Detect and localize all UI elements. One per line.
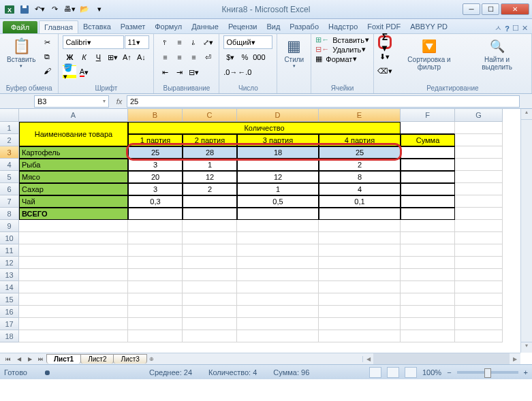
close-button[interactable]: ✕	[501, 3, 529, 15]
cell[interactable]	[401, 159, 455, 171]
cell[interactable]	[455, 171, 503, 183]
select-all-corner[interactable]	[0, 109, 19, 122]
cell[interactable]	[183, 318, 237, 330]
cell[interactable]	[319, 244, 401, 257]
row-header-17[interactable]: 17	[0, 318, 19, 330]
maximize-button[interactable]: ☐	[482, 3, 499, 15]
align-top-icon[interactable]: ⫯	[158, 35, 172, 49]
cell[interactable]	[128, 269, 183, 281]
cell[interactable]	[319, 232, 401, 244]
cell[interactable]	[19, 269, 128, 281]
cell[interactable]: 3	[128, 159, 183, 171]
tab-главная[interactable]: Главная	[39, 20, 78, 33]
minimize-button[interactable]: ─	[463, 3, 480, 15]
autosum-button[interactable]: Σ ▾	[378, 35, 392, 49]
decrease-decimal-icon[interactable]: ←.0	[238, 65, 251, 79]
cell[interactable]	[455, 183, 503, 195]
cell[interactable]: Чай	[19, 195, 128, 208]
new-sheet-icon[interactable]: ⊕	[146, 354, 157, 364]
cell[interactable]	[455, 269, 503, 281]
cell[interactable]	[401, 306, 455, 318]
cell[interactable]	[128, 318, 183, 330]
col-header-A[interactable]: A	[19, 109, 128, 122]
currency-icon[interactable]: $▾	[223, 50, 237, 64]
zoom-slider[interactable]	[457, 371, 518, 374]
wrap-text-icon[interactable]: ⏎	[201, 50, 215, 64]
cell[interactable]: 4 партия	[319, 134, 401, 146]
border-button[interactable]: ⊞▾	[106, 50, 119, 64]
row-header-15[interactable]: 15	[0, 293, 19, 306]
cell[interactable]: 4	[319, 183, 401, 195]
number-format-dropdown[interactable]: Общий ▾	[223, 35, 272, 49]
cell[interactable]	[319, 306, 401, 318]
sheet-tab-Лист1[interactable]: Лист1	[46, 354, 81, 364]
cell[interactable]	[237, 159, 319, 171]
cell[interactable]: 0,3	[128, 195, 183, 208]
styles-button[interactable]: ▦ Стили ▾	[281, 35, 307, 70]
cell[interactable]	[455, 232, 503, 244]
align-center-icon[interactable]: ≡	[172, 50, 186, 64]
cell[interactable]	[183, 244, 237, 257]
cell[interactable]: 25	[319, 146, 401, 159]
cell[interactable]	[455, 146, 503, 159]
tab-формул[interactable]: Формул	[150, 20, 187, 33]
cell[interactable]	[455, 122, 503, 134]
increase-decimal-icon[interactable]: .0→	[223, 65, 237, 79]
tab-вставка[interactable]: Вставка	[78, 20, 116, 33]
cell[interactable]	[401, 318, 455, 330]
cell[interactable]: Количество	[128, 122, 401, 134]
cell[interactable]	[319, 330, 401, 342]
cell[interactable]	[183, 195, 237, 208]
cell[interactable]	[401, 281, 455, 293]
cell[interactable]: 2 партия	[183, 134, 237, 146]
cell[interactable]	[237, 269, 319, 281]
merge-button[interactable]: ⊟▾	[187, 65, 200, 79]
help-icon[interactable]: ?	[505, 25, 510, 33]
col-header-E[interactable]: E	[319, 109, 401, 122]
underline-button[interactable]: Ч	[91, 50, 105, 64]
hscroll-right-icon[interactable]: ▶	[510, 356, 520, 362]
file-tab[interactable]: Файл	[3, 21, 37, 33]
tab-рецензи[interactable]: Рецензи	[223, 20, 262, 33]
cell[interactable]: Рыба	[19, 159, 128, 171]
view-layout-icon[interactable]	[387, 367, 399, 378]
cell[interactable]	[319, 269, 401, 281]
cell[interactable]	[319, 281, 401, 293]
cell[interactable]	[237, 293, 319, 306]
print-icon[interactable]: 🖶▾	[63, 3, 76, 16]
hscroll-track[interactable]	[373, 353, 510, 364]
align-bottom-icon[interactable]: ⫰	[187, 35, 200, 49]
tab-размет[interactable]: Размет	[116, 20, 150, 33]
cell[interactable]	[319, 208, 401, 220]
row-header-12[interactable]: 12	[0, 257, 19, 269]
tab-надстро[interactable]: Надстро	[324, 20, 362, 33]
cell[interactable]	[237, 244, 319, 257]
cell[interactable]	[19, 244, 128, 257]
cell[interactable]	[319, 293, 401, 306]
cell[interactable]	[401, 195, 455, 208]
cell[interactable]	[455, 257, 503, 269]
cell[interactable]	[183, 232, 237, 244]
decrease-indent-icon[interactable]: ⇤	[158, 65, 172, 79]
cell[interactable]	[19, 257, 128, 269]
cell[interactable]	[401, 244, 455, 257]
cell[interactable]	[19, 318, 128, 330]
cell[interactable]: Наименование товара	[19, 122, 128, 146]
cell[interactable]: 20	[128, 171, 183, 183]
cut-icon[interactable]: ✂	[40, 35, 54, 49]
name-box[interactable]: B3▾	[34, 95, 109, 108]
align-left-icon[interactable]: ≡	[158, 50, 172, 64]
cell[interactable]: 2	[183, 183, 237, 195]
col-header-G[interactable]: G	[455, 109, 503, 122]
cell[interactable]	[401, 293, 455, 306]
cell[interactable]: 18	[237, 146, 319, 159]
cell[interactable]	[183, 257, 237, 269]
cell[interactable]	[401, 183, 455, 195]
tab-nav-prev-icon[interactable]: ◀	[14, 354, 25, 364]
minimize-ribbon-icon[interactable]: ㅅ	[495, 23, 502, 33]
cell[interactable]	[401, 208, 455, 220]
cell[interactable]	[183, 269, 237, 281]
cell[interactable]	[401, 232, 455, 244]
cell[interactable]	[237, 306, 319, 318]
cell[interactable]: Сахар	[19, 183, 128, 195]
